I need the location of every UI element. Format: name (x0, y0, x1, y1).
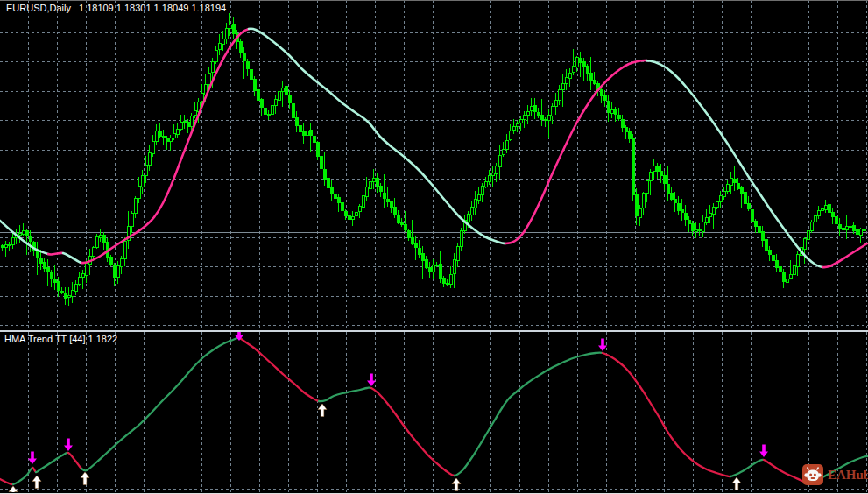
candle-body (821, 209, 823, 210)
candle-body (824, 205, 827, 209)
candle-body (639, 208, 641, 217)
candle-body (726, 184, 729, 191)
candle-body (397, 215, 399, 222)
candle-body (302, 131, 305, 135)
candle-body (43, 263, 46, 268)
candle-body (344, 211, 347, 216)
candle-body (365, 187, 368, 197)
chart-canvas[interactable] (0, 0, 868, 494)
candle-body (169, 138, 172, 141)
candle-body (516, 124, 519, 127)
candle-body (400, 222, 403, 225)
candle-body (449, 274, 452, 284)
candle-body (362, 195, 364, 207)
candle-body (646, 181, 648, 194)
candle-body (8, 244, 11, 245)
candle-body (383, 193, 385, 198)
candle-body (523, 116, 526, 119)
candle-body (835, 216, 837, 224)
candle-body (4, 245, 7, 248)
chart-background (0, 0, 868, 494)
candle-body (407, 231, 410, 238)
candle-body (246, 61, 249, 68)
candle-body (635, 195, 638, 216)
ohlc-values: 1.18109 1.18301 1.18049 1.18194 (79, 3, 226, 13)
candle-body (617, 115, 620, 119)
candle-body (495, 166, 498, 174)
candle-body (74, 284, 77, 291)
candle-body (695, 229, 697, 232)
candle-body (285, 87, 287, 95)
candle-body (376, 179, 378, 187)
candle-body (603, 95, 606, 101)
candle-body (653, 166, 655, 171)
candle-body (688, 220, 690, 223)
candle-body (148, 152, 151, 166)
candle-body (817, 210, 820, 215)
candle-body (138, 186, 140, 198)
candle-body (751, 209, 753, 221)
candle-body (141, 175, 144, 187)
candle-body (554, 101, 557, 107)
candle-body (642, 193, 645, 208)
candle-body (232, 25, 235, 34)
candle-body (768, 251, 771, 255)
candle-body (25, 231, 28, 236)
candle-body (498, 155, 501, 166)
candle-body (152, 142, 154, 154)
candle-body (281, 88, 284, 92)
candle-body (60, 291, 63, 292)
candle-body (733, 179, 736, 183)
eahub-watermark: EAHub (802, 464, 868, 485)
candle-body (625, 127, 627, 131)
candle-body (628, 131, 631, 138)
candle-body (765, 240, 767, 250)
candle-body (491, 173, 494, 176)
candle-body (709, 213, 711, 217)
candle-body (849, 226, 851, 227)
candle-body (474, 200, 476, 208)
candle-body (355, 212, 357, 215)
candle-body (120, 258, 123, 266)
candle-body (22, 230, 25, 234)
candle-body (39, 258, 42, 264)
candle-body (50, 272, 53, 279)
candle-body (309, 131, 312, 135)
candle-body (123, 242, 126, 259)
candle-body (793, 266, 795, 275)
candle-body (313, 136, 315, 143)
candle-body (453, 259, 455, 273)
candle-body (208, 73, 210, 84)
candle-body (691, 224, 694, 231)
candle-body (477, 194, 480, 200)
candle-body (610, 109, 613, 113)
candle-body (509, 131, 512, 139)
candle-body (810, 222, 813, 231)
candle-body (57, 281, 60, 290)
candle-body (607, 101, 610, 112)
candle-body (323, 170, 326, 180)
candle-body (789, 275, 792, 278)
candle-body (663, 175, 666, 183)
candle-body (467, 215, 469, 222)
candle-body (225, 29, 228, 39)
candle-body (712, 208, 715, 215)
candle-body (162, 136, 165, 138)
candle-body (537, 112, 540, 115)
candle-body (81, 274, 84, 277)
candle-body (239, 42, 242, 53)
candle-body (530, 106, 533, 110)
candle-body (53, 280, 56, 283)
candle-body (744, 193, 746, 204)
candle-body (845, 226, 848, 229)
candle-body (102, 236, 105, 243)
candle-body (78, 278, 81, 285)
candle-body (159, 131, 161, 136)
candle-body (222, 39, 224, 44)
candle-body (201, 94, 203, 102)
candle-body (187, 122, 189, 126)
candle-body (586, 67, 589, 74)
candle-body (64, 293, 67, 298)
indicator-title: HMA Trend TT [44] 1.1822 (4, 334, 117, 345)
candle-body (1, 246, 4, 248)
